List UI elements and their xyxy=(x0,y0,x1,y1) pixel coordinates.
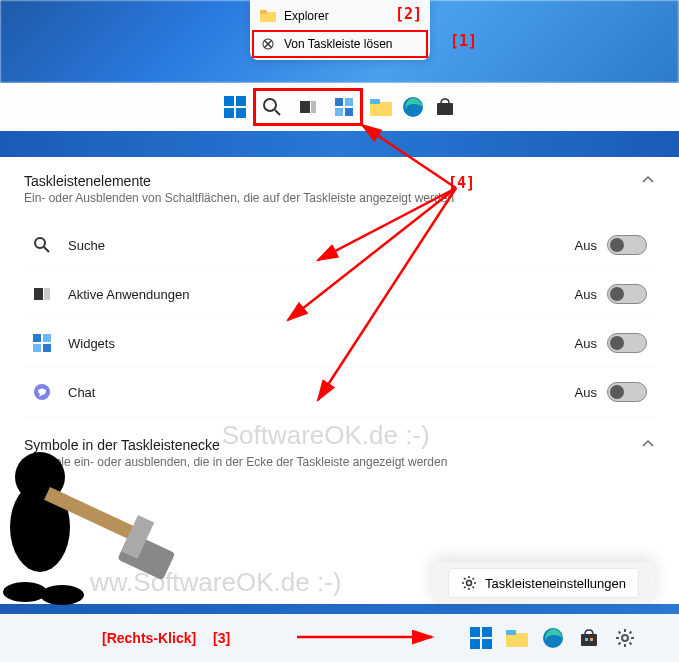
search-icon xyxy=(32,235,52,255)
svg-rect-40 xyxy=(506,633,528,647)
widgets-icon[interactable] xyxy=(330,93,358,121)
svg-rect-1 xyxy=(260,10,267,14)
context-item-label: Von Taskleiste lösen xyxy=(284,37,393,51)
svg-rect-5 xyxy=(224,108,234,118)
settings-icon[interactable] xyxy=(611,624,639,652)
start-icon[interactable] xyxy=(221,93,249,121)
setting-label: Widgets xyxy=(68,336,115,351)
svg-rect-23 xyxy=(33,334,41,342)
svg-rect-36 xyxy=(470,627,480,637)
mascot-icon xyxy=(0,437,190,617)
toggle-widgets[interactable] xyxy=(607,333,647,353)
svg-rect-21 xyxy=(34,288,43,300)
context-item-label: Explorer xyxy=(284,9,329,23)
context-menu-bottom: Taskleisteneinstellungen xyxy=(432,562,655,604)
taskview-icon[interactable] xyxy=(294,93,322,121)
toggle-chat[interactable] xyxy=(607,382,647,402)
explorer-icon[interactable] xyxy=(503,624,531,652)
svg-line-8 xyxy=(275,110,280,115)
svg-rect-12 xyxy=(345,98,353,106)
toggle-state: Aus xyxy=(575,385,597,400)
svg-point-19 xyxy=(35,238,45,248)
annotation-4: [4] xyxy=(448,174,475,192)
toggle-state: Aus xyxy=(575,336,597,351)
svg-line-30 xyxy=(318,188,456,260)
svg-rect-39 xyxy=(482,639,492,649)
svg-line-32 xyxy=(318,188,456,400)
svg-rect-41 xyxy=(506,630,516,635)
chevron-up-icon[interactable] xyxy=(641,173,655,187)
svg-line-20 xyxy=(44,247,49,252)
svg-rect-11 xyxy=(335,98,343,106)
svg-rect-9 xyxy=(300,101,310,113)
svg-rect-25 xyxy=(33,344,41,352)
unpin-icon xyxy=(260,36,276,52)
svg-rect-4 xyxy=(236,96,246,106)
chevron-up-icon[interactable] xyxy=(641,437,655,451)
annotation-2: [2] xyxy=(395,5,422,23)
svg-rect-45 xyxy=(590,638,593,641)
svg-line-31 xyxy=(288,188,456,320)
svg-rect-44 xyxy=(585,638,588,641)
annotation-1: [1] xyxy=(450,32,477,50)
chat-icon xyxy=(32,382,52,402)
annotation-arrows xyxy=(258,120,478,440)
gear-icon xyxy=(461,575,477,591)
store-icon[interactable] xyxy=(431,93,459,121)
svg-point-46 xyxy=(622,635,628,641)
svg-point-35 xyxy=(467,581,472,586)
search-icon[interactable] xyxy=(258,93,286,121)
svg-rect-24 xyxy=(43,334,51,342)
svg-rect-6 xyxy=(236,108,246,118)
folder-icon xyxy=(260,8,276,24)
svg-point-49 xyxy=(3,582,47,602)
widgets-icon xyxy=(32,333,52,353)
svg-rect-15 xyxy=(370,102,392,116)
toggle-state: Aus xyxy=(575,238,597,253)
annotation-arrow-3 xyxy=(292,622,452,652)
setting-label: Chat xyxy=(68,385,95,400)
svg-rect-18 xyxy=(437,103,453,115)
edge-icon[interactable] xyxy=(399,93,427,121)
setting-label: Suche xyxy=(68,238,105,253)
taskbar-settings-button[interactable]: Taskleisteneinstellungen xyxy=(448,568,639,598)
context-item-unpin[interactable]: Von Taskleiste lösen xyxy=(254,32,426,56)
svg-rect-14 xyxy=(345,108,353,116)
svg-point-7 xyxy=(264,99,276,111)
svg-rect-3 xyxy=(224,96,234,106)
explorer-icon[interactable] xyxy=(367,93,395,121)
toggle-taskview[interactable] xyxy=(607,284,647,304)
svg-rect-43 xyxy=(581,634,597,646)
toggle-search[interactable] xyxy=(607,235,647,255)
svg-rect-10 xyxy=(311,101,316,113)
toggle-state: Aus xyxy=(575,287,597,302)
setting-label: Aktive Anwendungen xyxy=(68,287,189,302)
annotation-3-label: [Rechts-Klick] [3] xyxy=(102,630,230,646)
svg-rect-22 xyxy=(44,288,50,300)
svg-rect-26 xyxy=(43,344,51,352)
svg-rect-38 xyxy=(470,639,480,649)
edge-icon[interactable] xyxy=(539,624,567,652)
store-icon[interactable] xyxy=(575,624,603,652)
taskview-icon xyxy=(32,284,52,304)
svg-line-29 xyxy=(362,125,456,188)
svg-rect-13 xyxy=(335,108,343,116)
svg-rect-37 xyxy=(482,627,492,637)
start-icon[interactable] xyxy=(467,624,495,652)
button-label: Taskleisteneinstellungen xyxy=(485,576,626,591)
svg-point-50 xyxy=(40,585,84,605)
svg-rect-16 xyxy=(370,99,380,104)
